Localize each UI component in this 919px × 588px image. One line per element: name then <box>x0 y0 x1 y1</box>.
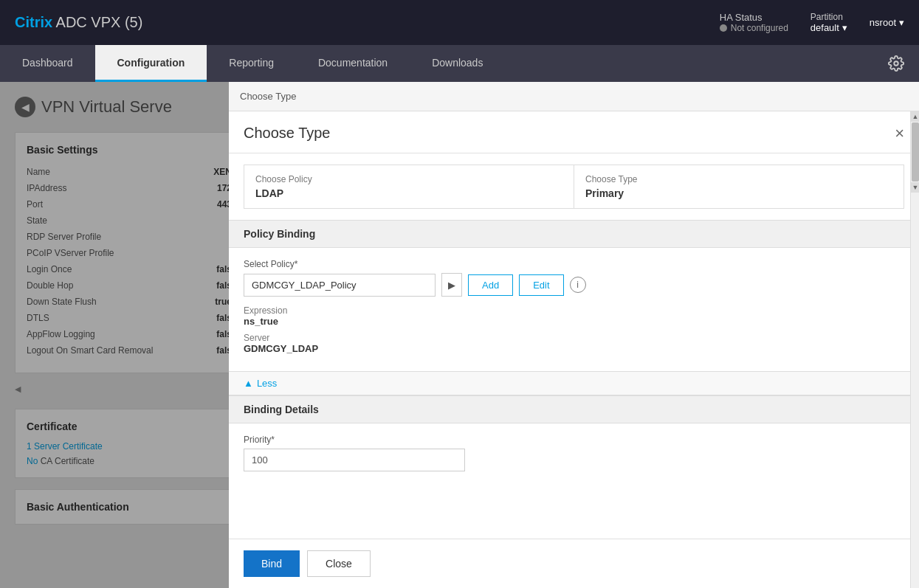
policy-input-row: ▶ Add Edit i <box>244 273 904 297</box>
info-icon[interactable]: i <box>570 277 586 293</box>
modal-breadcrumb-bar: Choose Type <box>229 82 919 111</box>
server-label: Server <box>244 333 904 343</box>
choose-policy-label: Choose Policy <box>255 174 562 184</box>
choose-type-value: Primary <box>585 187 892 199</box>
scrollbar-thumb[interactable] <box>912 122 919 181</box>
close-button[interactable]: Close <box>307 550 371 577</box>
choose-policy-cell: Choose Policy LDAP <box>244 165 574 208</box>
nav-item-downloads[interactable]: Downloads <box>410 45 505 82</box>
partition-area[interactable]: Partition default ▾ <box>810 12 847 33</box>
main-area: ◀ VPN Virtual Serve Basic Settings Name … <box>0 82 919 588</box>
modal-footer: Bind Close <box>229 539 919 588</box>
binding-details-header: Binding Details <box>229 395 919 423</box>
policy-input-field[interactable] <box>244 274 436 297</box>
topbar-right: HA Status Not configured Partition defau… <box>720 12 904 33</box>
nav-label-dashboard: Dashboard <box>22 57 73 69</box>
brand-citrix: Citrix <box>15 14 52 30</box>
priority-group: Priority* <box>244 435 904 471</box>
nav-item-dashboard[interactable]: Dashboard <box>0 45 95 82</box>
modal-title: Choose Type <box>244 125 331 142</box>
less-label: Less <box>257 378 277 389</box>
choose-policy-value: LDAP <box>255 187 562 199</box>
server-value: GDMCGY_LDAP <box>244 343 904 354</box>
modal-header: Choose Type × <box>229 111 919 153</box>
partition-text: default <box>810 22 839 33</box>
close-icon[interactable]: × <box>895 125 904 142</box>
partition-label: Partition <box>810 12 843 22</box>
svg-point-0 <box>894 61 898 66</box>
topbar: Citrix ADC VPX (5) HA Status Not configu… <box>0 0 919 45</box>
policy-arrow-button[interactable]: ▶ <box>441 273 462 297</box>
nav-label-configuration: Configuration <box>117 57 185 69</box>
expression-label: Expression <box>244 305 904 316</box>
binding-details-body: Priority* <box>229 423 919 491</box>
username: nsroot <box>870 17 896 28</box>
navbar: Dashboard Configuration Reporting Docume… <box>0 45 919 82</box>
add-button[interactable]: Add <box>468 274 513 296</box>
scroll-up-icon[interactable]: ▲ <box>911 111 919 122</box>
policy-binding-body: Select Policy* ▶ Add Edit i Expression n… <box>229 248 919 371</box>
bind-button[interactable]: Bind <box>244 550 300 577</box>
partition-value: default ▾ <box>810 22 847 33</box>
ha-status: HA Status Not configured <box>720 12 788 33</box>
select-policy-group: Select Policy* ▶ Add Edit i <box>244 259 904 297</box>
user-chevron-icon: ▾ <box>899 17 904 28</box>
ha-status-label: HA Status <box>720 12 763 23</box>
nav-label-downloads: Downloads <box>432 57 483 69</box>
brand-adc: ADC VPX (5) <box>52 14 142 30</box>
nav-item-reporting[interactable]: Reporting <box>207 45 296 82</box>
expression-value: ns_true <box>244 316 904 327</box>
modal-dialog: Choose Type × Choose Policy LDAP Choose … <box>229 111 919 588</box>
nav-label-reporting: Reporting <box>229 57 274 69</box>
ha-dot-icon <box>720 24 727 32</box>
expression-row: Expression ns_true <box>244 305 904 327</box>
modal-breadcrumb-text: Choose Type <box>240 91 296 102</box>
ha-status-value: Not configured <box>720 23 788 33</box>
less-toggle[interactable]: ▲ Less <box>229 371 919 395</box>
nav-label-documentation: Documentation <box>318 57 388 69</box>
policy-binding-header: Policy Binding <box>229 220 919 248</box>
policy-binding-label: Policy Binding <box>244 228 315 240</box>
priority-label: Priority* <box>244 435 904 445</box>
partition-chevron-icon: ▾ <box>842 22 847 33</box>
modal-scrollbar[interactable]: ▲ ▼ <box>910 111 919 588</box>
user-menu[interactable]: nsroot ▾ <box>870 17 904 28</box>
settings-gear-icon[interactable] <box>873 45 919 82</box>
brand-area: Citrix ADC VPX (5) <box>15 14 142 31</box>
ha-status-text: Not configured <box>731 23 788 33</box>
brand-logo: Citrix ADC VPX (5) <box>15 14 142 31</box>
nav-item-documentation[interactable]: Documentation <box>296 45 410 82</box>
binding-details-label: Binding Details <box>244 404 319 415</box>
scroll-down-icon[interactable]: ▼ <box>911 182 919 193</box>
server-row: Server GDMCGY_LDAP <box>244 333 904 354</box>
choose-type-label: Choose Type <box>585 174 892 184</box>
choose-type-section: Choose Policy LDAP Choose Type Primary <box>244 165 904 209</box>
choose-type-cell: Choose Type Primary <box>574 165 903 208</box>
edit-button[interactable]: Edit <box>519 274 563 296</box>
priority-input[interactable] <box>244 449 465 471</box>
less-icon: ▲ <box>244 378 253 389</box>
select-policy-label: Select Policy* <box>244 259 904 269</box>
nav-item-configuration[interactable]: Configuration <box>95 45 207 82</box>
